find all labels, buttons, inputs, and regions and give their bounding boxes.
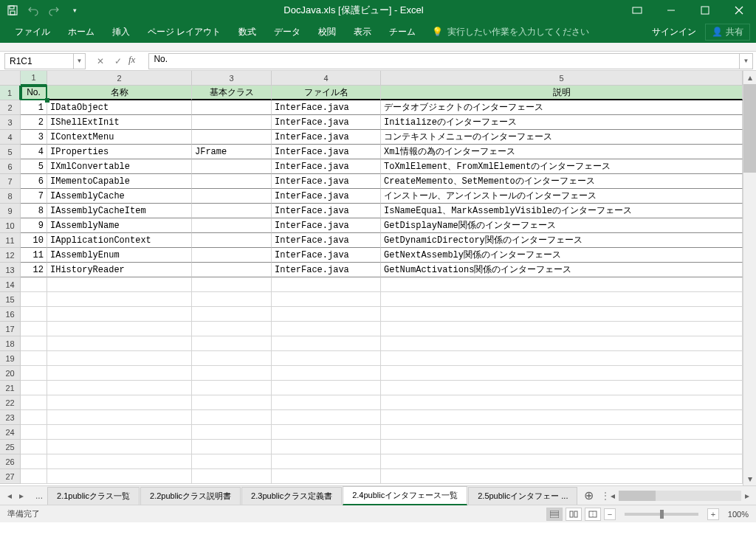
sheet-tab-resize[interactable]: ⋮ [599,491,604,501]
row-header[interactable]: 17 [0,322,21,336]
cell[interactable] [21,351,47,366]
cell[interactable] [192,115,272,130]
sheet-tab-4[interactable]: 2.4publicインタフェース一覧 [343,486,467,505]
cell[interactable] [272,395,381,410]
cell[interactable] [272,381,381,395]
formula-input[interactable]: No. [148,53,740,69]
cell[interactable] [192,174,272,189]
name-box-dropdown[interactable]: ▼ [74,53,86,69]
cell[interactable]: IAssemblyCacheItem [47,204,192,218]
cell[interactable] [272,307,381,322]
row-header[interactable]: 24 [0,425,21,440]
cell[interactable]: 5 [21,159,47,174]
cell[interactable]: 6 [21,174,47,189]
row-header[interactable]: 1 [0,86,21,100]
cell[interactable] [47,322,192,336]
horizontal-scrollbar[interactable]: ◂ ▸ [607,490,753,502]
cell[interactable] [272,292,381,307]
cell[interactable] [21,336,47,351]
cell[interactable] [381,351,743,366]
cell[interactable]: InterFace.java [272,145,381,159]
cell[interactable]: IContextMenu [47,130,192,145]
row-header[interactable]: 14 [0,277,21,292]
zoom-level[interactable]: 100% [728,510,749,519]
cell[interactable]: IAssemblyEnum [47,248,192,263]
cell[interactable]: IHistoryReader [47,263,192,277]
cell[interactable]: InterFace.java [272,174,381,189]
zoom-thumb[interactable] [660,510,664,519]
cell[interactable]: GetDynamicDirectory関係のインターフェース [381,233,743,248]
cell[interactable] [272,425,381,440]
cell[interactable] [47,307,192,322]
cell[interactable]: IsNameEqual、MarkAssemblyVisibleのインターフェース [381,204,743,218]
cell[interactable] [47,440,192,454]
cell[interactable] [192,218,272,233]
cell[interactable]: No. [21,86,47,100]
cell[interactable] [192,159,272,174]
cell[interactable]: 8 [21,204,47,218]
row-header[interactable]: 12 [0,248,21,263]
tab-formulas[interactable]: 数式 [230,21,265,43]
row-header[interactable]: 11 [0,233,21,248]
tab-home[interactable]: ホーム [59,21,103,43]
redo-icon[interactable] [47,4,61,17]
cell[interactable]: InterFace.java [272,204,381,218]
cell[interactable]: 説明 [381,86,743,100]
cell[interactable]: 3 [21,130,47,145]
row-header[interactable]: 13 [0,263,21,277]
cell[interactable] [21,395,47,410]
cell[interactable] [272,454,381,469]
cell[interactable]: 7 [21,189,47,204]
sheet-tab-3[interactable]: 2.3publicクラス定義書 [241,487,342,505]
cell[interactable] [21,307,47,322]
cell[interactable]: InterFace.java [272,159,381,174]
cell[interactable]: InterFace.java [272,248,381,263]
cell[interactable]: IAssemblyCache [47,189,192,204]
cell[interactable]: JFrame [192,145,272,159]
cell[interactable] [21,440,47,454]
row-header[interactable]: 6 [0,159,21,174]
sheet-tab-1[interactable]: 2.1publicクラス一覧 [47,487,140,505]
sheet-tab-2[interactable]: 2.2publicクラス説明書 [140,487,241,505]
cell[interactable]: InterFace.java [272,115,381,130]
row-header[interactable]: 9 [0,204,21,218]
cell[interactable]: 4 [21,145,47,159]
cell[interactable] [21,454,47,469]
row-header[interactable]: 22 [0,395,21,410]
cell[interactable] [21,322,47,336]
close-button[interactable] [722,0,756,21]
cell[interactable]: GetDisplayName関係のインターフェース [381,218,743,233]
cell[interactable] [192,366,272,381]
cell[interactable] [192,410,272,425]
cell[interactable] [272,322,381,336]
cell[interactable] [47,469,192,484]
row-header[interactable]: 15 [0,292,21,307]
row-header[interactable]: 23 [0,410,21,425]
cell[interactable] [47,336,192,351]
cell[interactable]: CreateMemento、SetMementoのインターフェース [381,174,743,189]
cell[interactable] [192,100,272,115]
cell[interactable]: 名称 [47,86,192,100]
sheet-nav-prev-icon[interactable]: ◂ [4,491,15,501]
cell[interactable]: 2 [21,115,47,130]
cell[interactable] [21,292,47,307]
qat-customize-icon[interactable]: ▾ [68,4,81,17]
row-header[interactable]: 27 [0,469,21,484]
cell[interactable]: Xml情報の為のインターフェース [381,145,743,159]
tab-review[interactable]: 校閲 [309,21,345,43]
tab-file[interactable]: ファイル [6,21,59,43]
row-header[interactable]: 21 [0,381,21,395]
scroll-down-icon[interactable]: ▾ [743,472,756,485]
cell[interactable] [381,277,743,292]
cell[interactable] [381,395,743,410]
ribbon-display-icon[interactable] [620,0,654,21]
cell[interactable] [192,248,272,263]
pagebreak-view-icon[interactable] [585,508,601,521]
cell[interactable] [192,263,272,277]
cell[interactable] [21,381,47,395]
row-header[interactable]: 5 [0,145,21,159]
formula-expand-icon[interactable]: ▼ [740,53,753,69]
cell[interactable] [381,469,743,484]
row-header[interactable]: 10 [0,218,21,233]
row-header[interactable]: 3 [0,115,21,130]
